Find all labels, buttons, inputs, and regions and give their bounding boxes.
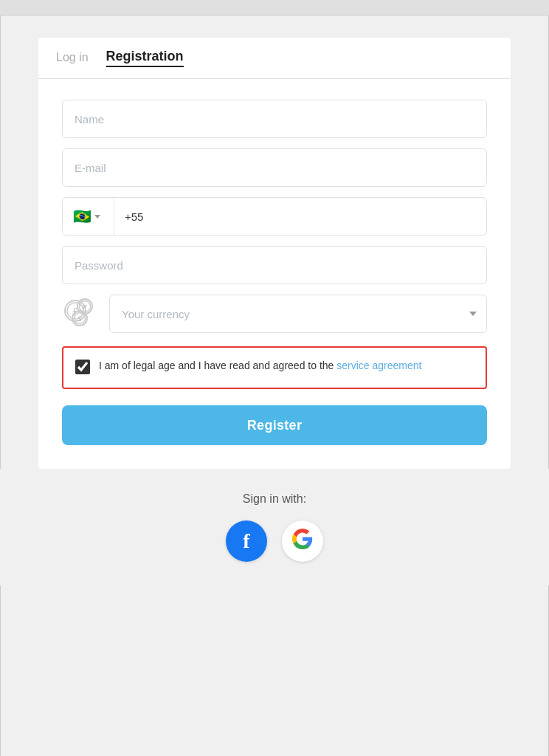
tab-login[interactable]: Log in bbox=[56, 51, 89, 66]
google-login-button[interactable] bbox=[282, 520, 323, 562]
agreement-checkbox[interactable] bbox=[75, 360, 90, 374]
password-field bbox=[62, 246, 487, 284]
currency-selector-wrapper: Your currency USD EUR GBP BRL bbox=[109, 295, 487, 333]
social-buttons: f bbox=[226, 520, 323, 562]
sign-in-label: Sign in with: bbox=[243, 492, 306, 506]
svg-text:P: P bbox=[83, 303, 87, 311]
email-input[interactable] bbox=[62, 148, 487, 187]
register-button[interactable]: Register bbox=[62, 405, 487, 445]
currency-select[interactable]: Your currency USD EUR GBP BRL bbox=[109, 295, 487, 333]
facebook-login-button[interactable]: f bbox=[226, 520, 267, 562]
agreement-row: I am of legal age and I have read and ag… bbox=[62, 346, 487, 389]
tab-registration[interactable]: Registration bbox=[106, 49, 184, 67]
email-field bbox=[62, 148, 487, 187]
facebook-icon: f bbox=[243, 529, 249, 553]
agreement-checkbox-wrapper bbox=[75, 360, 90, 377]
name-input[interactable] bbox=[62, 100, 487, 138]
google-icon bbox=[292, 529, 313, 554]
flag-icon: 🇧🇷 bbox=[73, 207, 92, 225]
registration-form: 🇧🇷 £ bbox=[38, 79, 511, 469]
password-input[interactable] bbox=[62, 246, 487, 284]
phone-field: 🇧🇷 bbox=[62, 197, 487, 236]
phone-country-selector[interactable]: 🇧🇷 bbox=[63, 198, 114, 235]
phone-input[interactable] bbox=[114, 198, 486, 235]
chevron-down-icon bbox=[94, 215, 100, 219]
sign-in-section: Sign in with: f bbox=[0, 469, 549, 585]
currency-coins-icon: £ P $ bbox=[62, 295, 100, 333]
tab-bar: Log in Registration bbox=[38, 38, 511, 79]
currency-row: £ P $ Your currency USD bbox=[62, 295, 487, 333]
service-agreement-link[interactable]: service agreement bbox=[336, 360, 421, 371]
agreement-text: I am of legal age and I have read and ag… bbox=[99, 358, 421, 374]
svg-text:$: $ bbox=[77, 315, 81, 323]
name-field bbox=[62, 100, 487, 138]
